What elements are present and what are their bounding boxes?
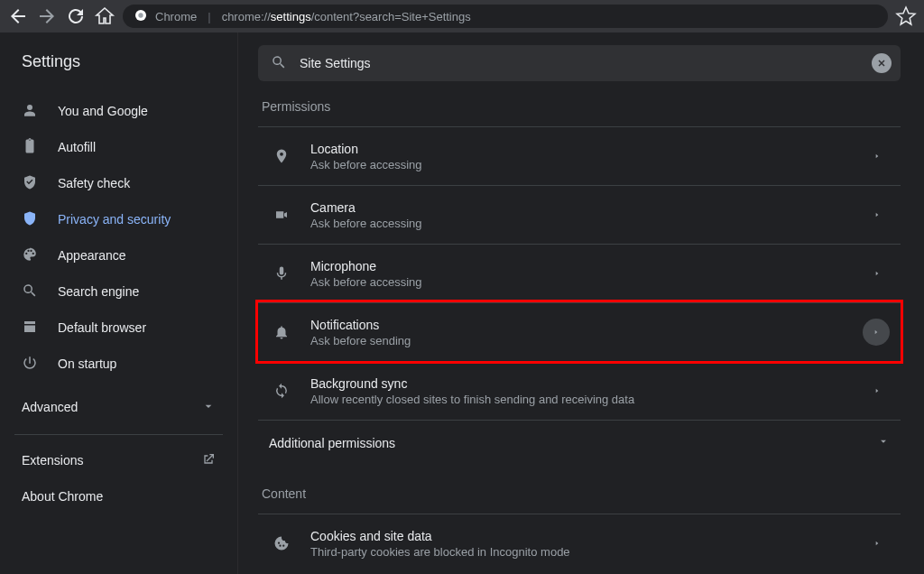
- power-icon: [22, 355, 38, 374]
- svg-point-1: [138, 13, 143, 17]
- permission-title: Notifications: [310, 318, 846, 332]
- cookie-icon: [269, 535, 294, 551]
- permission-row-microphone[interactable]: Microphone Ask before accessing: [258, 244, 901, 302]
- chevron-right-icon: [863, 319, 890, 346]
- microphone-icon: [269, 265, 294, 282]
- chevron-right-icon: [864, 211, 890, 218]
- permission-row-bgsync[interactable]: Background sync Allow recently closed si…: [258, 361, 901, 420]
- camera-icon: [269, 207, 294, 223]
- sidebar-item-label: Default browser: [58, 320, 146, 335]
- sidebar-about-link[interactable]: About Chrome: [0, 478, 237, 514]
- browser-toolbar: Chrome | chrome://settings/content?searc…: [0, 0, 924, 32]
- divider: [14, 434, 223, 435]
- external-link-icon: [201, 452, 216, 469]
- sidebar-item-autofill[interactable]: Autofill: [0, 129, 237, 165]
- sidebar-advanced-toggle[interactable]: Advanced: [0, 387, 237, 427]
- main-content: Site Settings Permissions Location Ask b…: [238, 32, 924, 574]
- sidebar-item-appearance[interactable]: Appearance: [0, 237, 237, 273]
- content-title: Cookies and site data: [310, 529, 848, 543]
- sidebar-item-default-browser[interactable]: Default browser: [0, 310, 237, 346]
- sidebar-item-label: Safety check: [58, 176, 130, 190]
- bookmark-star-button[interactable]: [895, 5, 917, 27]
- bell-icon: [269, 324, 294, 340]
- permissions-heading: Permissions: [258, 94, 901, 126]
- sidebar-item-label: Appearance: [58, 248, 126, 263]
- sidebar-item-label: Privacy and security: [58, 212, 171, 227]
- permission-row-camera[interactable]: Camera Ask before accessing: [258, 185, 901, 244]
- shield-icon: [22, 210, 38, 229]
- shield-check-icon: [22, 174, 38, 193]
- sidebar-item-label: Search engine: [58, 284, 139, 299]
- browser-icon: [22, 319, 38, 338]
- sync-icon: [269, 383, 294, 399]
- sidebar-item-label: On startup: [58, 356, 116, 371]
- search-query-text: Site Settings: [300, 56, 859, 70]
- chevron-down-icon: [877, 435, 890, 450]
- additional-permissions-row[interactable]: Additional permissions: [258, 420, 901, 465]
- omnibox-divider: |: [208, 10, 210, 23]
- forward-button[interactable]: [36, 5, 58, 27]
- omnibox-url: chrome://settings/content?search=Site+Se…: [222, 10, 471, 23]
- settings-sidebar: Settings You and Google Autofill Safety …: [0, 32, 238, 574]
- person-icon: [22, 102, 38, 121]
- permission-desc: Ask before accessing: [310, 158, 848, 171]
- app-label: Chrome: [155, 10, 197, 23]
- permission-desc: Ask before accessing: [310, 217, 848, 230]
- permission-title: Microphone: [310, 259, 848, 273]
- chevron-right-icon: [864, 540, 890, 547]
- omnibox[interactable]: Chrome | chrome://settings/content?searc…: [123, 5, 888, 28]
- permission-title: Background sync: [310, 376, 848, 391]
- chevron-right-icon: [864, 270, 890, 277]
- search-icon: [22, 282, 38, 301]
- content-row-cookies[interactable]: Cookies and site data Third-party cookie…: [258, 514, 901, 572]
- location-pin-icon: [269, 148, 294, 164]
- permission-desc: Ask before accessing: [310, 275, 848, 289]
- sidebar-item-label: Autofill: [58, 140, 96, 154]
- sidebar-item-label: You and Google: [58, 104, 148, 118]
- sidebar-item-you[interactable]: You and Google: [0, 93, 237, 129]
- clipboard-icon: [22, 138, 38, 157]
- search-icon: [271, 54, 287, 73]
- settings-search-bar[interactable]: Site Settings: [258, 45, 901, 81]
- chevron-right-icon: [864, 387, 890, 394]
- sidebar-item-search[interactable]: Search engine: [0, 273, 237, 310]
- permission-row-location[interactable]: Location Ask before accessing: [258, 126, 901, 185]
- home-button[interactable]: [94, 5, 116, 27]
- page-title: Settings: [0, 43, 237, 88]
- reload-button[interactable]: [65, 5, 87, 27]
- sidebar-item-startup[interactable]: On startup: [0, 346, 237, 382]
- sidebar-item-privacy[interactable]: Privacy and security: [0, 201, 237, 237]
- back-button[interactable]: [7, 5, 29, 27]
- chevron-down-icon: [201, 399, 216, 416]
- sidebar-item-safety[interactable]: Safety check: [0, 165, 237, 201]
- content-desc: Third-party cookies are blocked in Incog…: [310, 545, 848, 559]
- clear-search-button[interactable]: [872, 53, 892, 73]
- permission-desc: Ask before sending: [310, 334, 846, 347]
- permission-row-notifications[interactable]: Notifications Ask before sending: [258, 302, 901, 361]
- content-heading: Content: [258, 465, 901, 514]
- permission-title: Location: [310, 142, 848, 156]
- palette-icon: [22, 246, 38, 265]
- permission-desc: Allow recently closed sites to finish se…: [310, 393, 848, 406]
- chevron-right-icon: [864, 153, 890, 160]
- sidebar-extensions-link[interactable]: Extensions: [0, 442, 237, 478]
- permission-title: Camera: [310, 200, 848, 215]
- chrome-badge-icon: [134, 8, 148, 25]
